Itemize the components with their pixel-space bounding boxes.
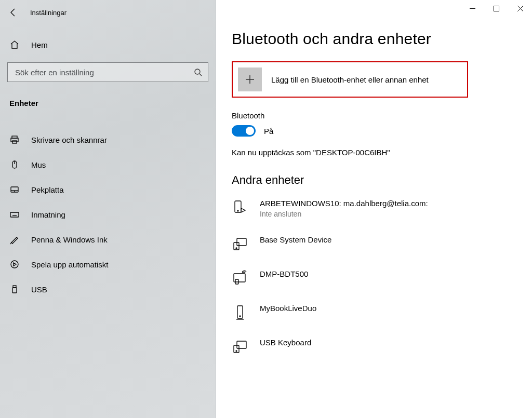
add-device-label: Lägg till en Bluetooth-enhet eller annan… <box>271 75 429 84</box>
svg-rect-10 <box>10 212 19 217</box>
device-item[interactable]: DMP-BDT500 <box>232 266 522 295</box>
device-status: Inte ansluten <box>260 210 428 218</box>
home-label: Hem <box>31 41 48 49</box>
window-controls <box>460 0 532 17</box>
multi-device-icon <box>232 338 248 355</box>
sidebar-item-usb[interactable]: USB <box>0 277 216 302</box>
svg-rect-20 <box>494 6 499 11</box>
device-item[interactable]: MyBookLiveDuo <box>232 300 522 329</box>
device-list: ARBETEWINDOWS10: ma.dahlberg@telia.com: … <box>232 195 522 363</box>
svg-point-29 <box>236 248 237 249</box>
svg-rect-3 <box>11 138 18 142</box>
other-devices-heading: Andra enheter <box>232 173 522 187</box>
storage-icon <box>232 303 248 321</box>
device-name: ARBETEWINDOWS10: ma.dahlberg@telia.com: <box>260 198 428 209</box>
main-content: Bluetooth och andra enheter Lägg till en… <box>216 0 532 418</box>
toggle-state-label: På <box>264 127 273 136</box>
device-name: USB Keyboard <box>260 338 311 348</box>
device-item[interactable]: USB Keyboard <box>232 334 522 363</box>
nav-label: Skrivare och skannrar <box>31 136 107 144</box>
svg-point-37 <box>236 350 237 352</box>
pen-icon <box>9 234 20 245</box>
usb-icon <box>9 284 20 294</box>
device-item[interactable]: Base System Device <box>232 232 522 261</box>
plus-icon <box>238 68 262 91</box>
device-name: Base System Device <box>260 235 331 245</box>
device-name: MyBookLiveDuo <box>260 303 316 314</box>
sidebar-item-autoplay[interactable]: Spela upp automatiskt <box>0 252 216 277</box>
svg-point-0 <box>195 69 200 74</box>
sidebar-section-label: Enheter <box>0 91 216 115</box>
discoverable-text: Kan nu upptäckas som "DESKTOP-00C6IBH" <box>232 148 522 157</box>
window-title: Inställningar <box>30 9 66 17</box>
close-button[interactable] <box>508 0 532 17</box>
sidebar-item-mouse[interactable]: Mus <box>0 152 216 177</box>
sidebar-item-pen[interactable]: Penna & Windows Ink <box>0 227 216 252</box>
vertical-scrollbar[interactable] <box>528 25 531 418</box>
device-item[interactable]: ARBETEWINDOWS10: ma.dahlberg@telia.com: … <box>232 195 522 226</box>
maximize-button[interactable] <box>484 0 508 17</box>
svg-rect-35 <box>237 341 246 348</box>
media-device-icon <box>232 269 248 287</box>
autoplay-icon <box>9 259 20 269</box>
svg-line-1 <box>200 74 202 76</box>
back-button[interactable] <box>8 7 19 18</box>
nav-label: Mus <box>31 160 46 169</box>
nav-label: Inmatning <box>31 210 65 219</box>
toggle-knob <box>246 127 254 135</box>
svg-rect-27 <box>237 238 246 246</box>
add-device-button[interactable]: Lägg till en Bluetooth-enhet eller annan… <box>232 61 468 98</box>
nav-label: Penna & Windows Ink <box>31 235 108 244</box>
search-container <box>7 62 208 82</box>
keyboard-icon <box>9 209 20 220</box>
sidebar: Inställningar Hem Enheter Skrivare och s… <box>0 0 216 418</box>
svg-point-26 <box>237 210 238 211</box>
home-icon <box>9 39 20 50</box>
bluetooth-label: Bluetooth <box>232 111 522 120</box>
search-icon <box>194 68 202 76</box>
sidebar-item-printers[interactable]: Skrivare och skannrar <box>0 127 216 152</box>
phone-sync-icon <box>232 198 248 216</box>
nav-label: USB <box>31 285 47 294</box>
printer-icon <box>9 134 20 145</box>
bluetooth-toggle[interactable] <box>232 125 256 137</box>
svg-rect-25 <box>235 201 241 212</box>
touchpad-icon <box>9 184 20 195</box>
device-name: DMP-BDT500 <box>260 269 308 279</box>
sidebar-item-touchpad[interactable]: Pekplatta <box>0 177 216 202</box>
nav-label: Pekplatta <box>31 185 64 194</box>
multi-device-icon <box>232 235 248 252</box>
svg-point-33 <box>240 316 241 317</box>
minimize-button[interactable] <box>460 0 484 17</box>
page-title: Bluetooth och andra enheter <box>232 30 522 48</box>
sidebar-home[interactable]: Hem <box>0 32 216 57</box>
svg-rect-18 <box>12 288 17 293</box>
bluetooth-toggle-row: På <box>232 125 522 137</box>
svg-point-16 <box>11 261 18 268</box>
sidebar-item-typing[interactable]: Inmatning <box>0 202 216 227</box>
nav-label: Spela upp automatiskt <box>31 260 108 269</box>
titlebar-left: Inställningar <box>0 0 216 25</box>
search-input[interactable] <box>7 62 208 82</box>
sidebar-nav-list: Skrivare och skannrar Mus Pekplatta Inma… <box>0 127 216 302</box>
mouse-icon <box>9 159 20 170</box>
